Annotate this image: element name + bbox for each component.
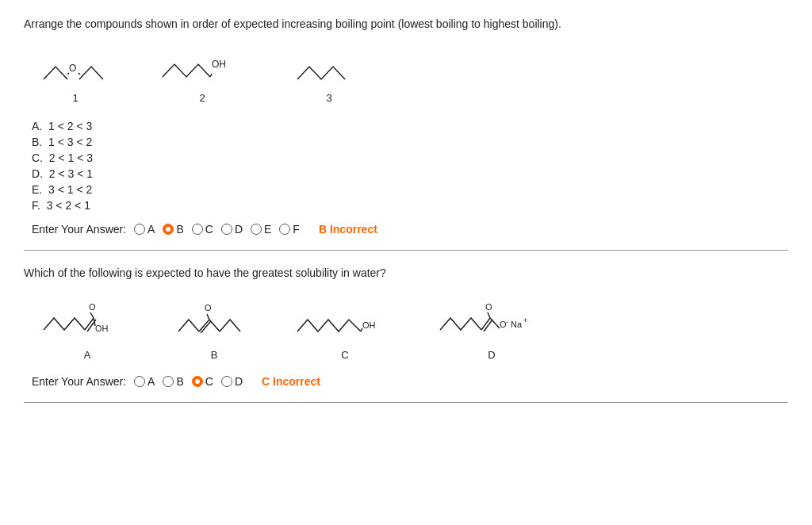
svg-text:OH: OH	[212, 59, 226, 70]
q1-option-c: C. 2 < 1 < 3	[32, 151, 788, 164]
svg-text:O: O	[89, 302, 96, 312]
q2-compound-c: OH C	[293, 298, 396, 361]
q2-compound-d-label: D	[488, 349, 495, 361]
q2-radio-label-a: A	[147, 375, 155, 388]
question1-block: Arrange the compounds shown in order of …	[24, 16, 788, 251]
question1-text: Arrange the compounds shown in order of …	[24, 16, 788, 33]
q1-enter-label: Enter Your Answer:	[32, 223, 126, 236]
q2-compound-d-structure: O O - Na +	[436, 294, 547, 346]
q2-radio-a[interactable]: A	[134, 375, 155, 388]
q1-radio-a[interactable]: A	[134, 223, 155, 236]
q1-radio-circle-d[interactable]	[221, 224, 232, 235]
compound3-structure	[293, 49, 365, 89]
q1-radio-circle-b[interactable]	[163, 224, 174, 235]
compound1: O 1	[40, 49, 111, 104]
q2-compound-a-structure: O OH	[40, 294, 135, 346]
q2-compound-c-label: C	[341, 349, 348, 361]
q2-radio-circle-a[interactable]	[134, 376, 145, 387]
q1-option-b: B. 1 < 3 < 2	[32, 136, 788, 148]
compound3: 3	[293, 49, 365, 104]
question1-compounds-row: O 1 OH 2 3	[40, 45, 788, 104]
q1-radio-b[interactable]: B	[163, 223, 183, 236]
compound2-label: 2	[199, 92, 205, 104]
svg-line-16	[209, 320, 220, 331]
q1-radio-label-f: F	[293, 223, 300, 236]
svg-line-2	[67, 73, 69, 75]
q1-radio-label-e: E	[264, 223, 271, 236]
svg-line-23	[490, 318, 500, 328]
q2-radio-label-b: B	[176, 375, 183, 388]
svg-text:OH: OH	[95, 324, 109, 333]
svg-text:OH: OH	[362, 320, 376, 330]
question2-answer-row: Enter Your Answer: A B C D C Incorrect	[32, 375, 788, 388]
svg-text:O: O	[205, 303, 212, 312]
compound2: OH 2	[159, 45, 246, 104]
q2-radio-label-d: D	[235, 375, 243, 388]
q1-radio-f[interactable]: F	[279, 223, 300, 236]
q1-radio-circle-f[interactable]	[279, 224, 290, 235]
compound1-label: 1	[72, 92, 78, 104]
question2-text: Which of the following is expected to ha…	[24, 265, 788, 282]
svg-text:O: O	[485, 302, 492, 312]
q2-result: C Incorrect	[262, 375, 320, 388]
svg-text:-: -	[506, 318, 508, 326]
q2-compound-d: O O - Na + D	[436, 294, 547, 361]
q1-radio-label-b: B	[176, 223, 183, 236]
compound1-structure: O	[40, 49, 111, 89]
q1-radio-d[interactable]: D	[221, 223, 243, 236]
q1-result: B Incorrect	[319, 223, 377, 236]
q1-option-e: E. 3 < 1 < 2	[32, 183, 788, 196]
q2-radio-d[interactable]: D	[221, 375, 243, 388]
q1-radio-e[interactable]: E	[251, 223, 271, 236]
svg-line-22	[488, 312, 490, 318]
q1-radio-circle-e[interactable]	[251, 224, 262, 235]
question2-block: Which of the following is expected to ha…	[24, 265, 788, 403]
q2-radio-label-c: C	[205, 375, 213, 388]
compound3-label: 3	[326, 92, 331, 104]
q1-option-d: D. 2 < 3 < 1	[32, 167, 788, 180]
q2-compound-b-structure: O	[174, 298, 254, 346]
q1-option-f: F. 3 < 2 < 1	[32, 199, 788, 212]
q1-option-a: A. 1 < 2 < 3	[32, 120, 788, 132]
svg-line-18	[361, 328, 362, 331]
question2-compounds-row: O OH A O B	[40, 294, 788, 361]
q1-radio-circle-a[interactable]	[134, 224, 145, 235]
q1-radio-label-c: C	[205, 223, 213, 236]
svg-line-5	[210, 74, 212, 77]
q2-compound-b-label: B	[211, 349, 218, 361]
question1-answer-row: Enter Your Answer: A B C D E F B Incorre…	[32, 223, 788, 236]
svg-text:O: O	[69, 63, 76, 74]
q2-radio-b[interactable]: B	[163, 375, 183, 388]
q2-radio-circle-c[interactable]	[192, 376, 203, 387]
svg-line-11	[94, 318, 95, 326]
q1-radio-label-d: D	[235, 223, 243, 236]
q2-compound-a: O OH A	[40, 294, 135, 361]
q1-radio-circle-c[interactable]	[192, 224, 203, 235]
svg-text:Na: Na	[511, 320, 523, 329]
q1-radio-c[interactable]: C	[192, 223, 213, 236]
q2-radio-c[interactable]: C	[192, 375, 213, 388]
q2-compound-c-structure: OH	[293, 298, 396, 346]
svg-text:+: +	[523, 316, 527, 324]
q2-compound-a-label: A	[84, 349, 91, 361]
q2-radio-circle-b[interactable]	[163, 376, 174, 387]
question1-answers-list: A. 1 < 2 < 3 B. 1 < 3 < 2 C. 2 < 1 < 3 D…	[32, 120, 788, 212]
svg-line-9	[90, 312, 94, 318]
svg-line-15	[207, 314, 209, 320]
q2-radio-circle-d[interactable]	[221, 376, 232, 387]
q1-radio-label-a: A	[147, 223, 155, 236]
compound2-structure: OH	[159, 45, 246, 89]
q2-enter-label: Enter Your Answer:	[32, 375, 126, 388]
q2-compound-b: O B	[174, 298, 254, 361]
svg-line-3	[79, 73, 80, 75]
